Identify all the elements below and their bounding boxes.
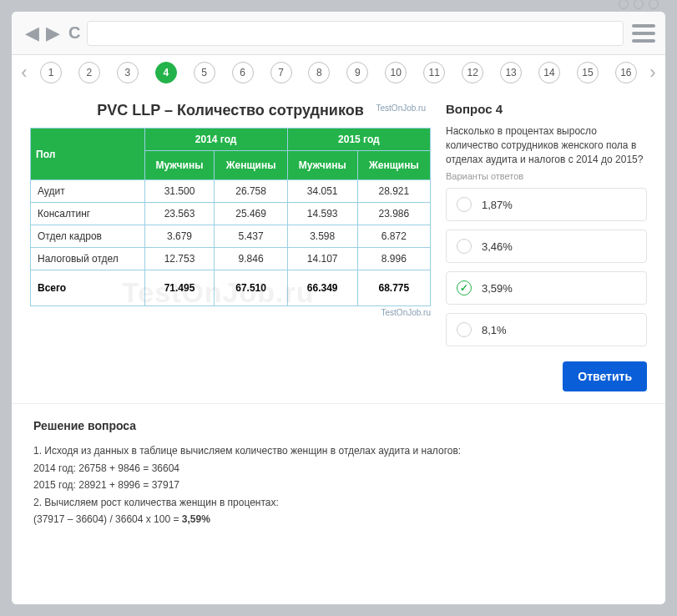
radio-icon	[457, 239, 472, 254]
question-panel: Вопрос 4 Насколько в процентах выросло к…	[446, 102, 647, 391]
data-table-panel: TestOnJob.ru PVC LLP – Количество сотруд…	[30, 102, 431, 317]
nav-forward-icon[interactable]: ▶	[43, 23, 63, 44]
menu-icon[interactable]	[632, 24, 655, 43]
pager-item-4[interactable]: 4	[155, 62, 177, 83]
browser-toolbar: ◀ ▶ C	[12, 12, 665, 55]
table-row-total: Всего 71.495 67.510 66.349 68.775	[31, 270, 431, 306]
pager-item-5[interactable]: 5	[194, 62, 215, 83]
pager-item-7[interactable]: 7	[270, 62, 292, 83]
pager-next-icon[interactable]: ›	[640, 62, 665, 83]
submit-button[interactable]: Ответить	[563, 361, 647, 391]
pager-item-12[interactable]: 12	[462, 62, 483, 83]
pager-item-3[interactable]: 3	[117, 62, 139, 83]
browser-window: ◀ ▶ C ‹ 12345678910111213141516 › TestOn…	[12, 12, 665, 604]
answer-option-1[interactable]: 1,87%	[446, 188, 647, 221]
pager-item-8[interactable]: 8	[308, 62, 330, 83]
pager-item-9[interactable]: 9	[346, 62, 368, 83]
option-label: 3,59%	[482, 282, 513, 295]
option-label: 8,1%	[482, 324, 507, 336]
pager-item-16[interactable]: 16	[615, 62, 637, 83]
question-pager: ‹ 12345678910111213141516 ›	[12, 55, 665, 90]
pager-item-14[interactable]: 14	[538, 62, 560, 83]
solution-line: 2015 год: 28921 + 8996 = 37917	[33, 477, 644, 493]
table-row: Отдел кадров 3.679 5.437 3.598 6.872	[31, 225, 431, 248]
col-header-year2: 2015 год	[287, 129, 430, 151]
pager-item-10[interactable]: 10	[385, 62, 407, 83]
option-label: 3,46%	[482, 240, 513, 253]
table-row: Налоговый отдел 12.753 9.846 14.107 8.99…	[31, 248, 431, 270]
solution-line: 2. Вычисляем рост количества женщин в пр…	[33, 494, 644, 511]
watermark-top: TestOnJob.ru	[376, 104, 426, 113]
url-input[interactable]	[87, 21, 624, 46]
solution-line: 1. Исходя из данных в таблице вычисляем …	[33, 442, 644, 459]
solution-line: (37917 – 36604) / 36604 x 100 = 3,59%	[33, 511, 644, 528]
radio-icon	[457, 322, 472, 337]
pager-item-13[interactable]: 13	[500, 62, 522, 83]
employees-table: Пол 2014 год 2015 год Мужчины Женщины Му…	[30, 128, 431, 306]
radio-icon	[457, 197, 472, 212]
reload-icon[interactable]: C	[63, 23, 87, 43]
answer-option-2[interactable]: 3,46%	[446, 230, 647, 263]
pager-item-2[interactable]: 2	[78, 62, 100, 83]
pager-prev-icon[interactable]: ‹	[12, 62, 37, 83]
col-header-women2: Женщины	[357, 151, 430, 180]
col-header-women1: Женщины	[215, 151, 287, 180]
watermark-bottom: TestOnJob.ru	[30, 308, 431, 317]
col-header-year1: 2014 год	[144, 129, 287, 151]
table-row: Аудит 31.500 26.758 34.051 28.921	[31, 180, 431, 203]
option-label: 1,87%	[482, 199, 513, 211]
answer-option-3[interactable]: 3,59%	[446, 271, 647, 305]
pager-item-15[interactable]: 15	[577, 62, 599, 83]
radio-icon-checked	[457, 280, 472, 295]
variants-label: Варианты ответов	[446, 171, 647, 181]
table-row: Консалтинг 23.563 25.469 14.593 23.986	[31, 203, 431, 225]
nav-back-icon[interactable]: ◀	[22, 23, 43, 44]
pager-item-1[interactable]: 1	[40, 62, 62, 83]
solution-panel: Решение вопроса 1. Исходя из данных в та…	[12, 403, 665, 548]
question-title: Вопрос 4	[446, 102, 647, 116]
question-text: Насколько в процентах выросло количество…	[446, 124, 647, 166]
col-header-men2: Мужчины	[287, 151, 357, 180]
table-title: PVC LLP – Количество сотрудников	[30, 102, 431, 119]
col-header-men1: Мужчины	[144, 151, 215, 180]
solution-line: 2014 год: 26758 + 9846 = 36604	[33, 460, 644, 477]
pager-item-6[interactable]: 6	[232, 62, 254, 83]
col-header-gender: Пол	[31, 129, 145, 180]
solution-title: Решение вопроса	[33, 419, 644, 432]
answer-option-4[interactable]: 8,1%	[446, 313, 647, 346]
page-content: ‹ 12345678910111213141516 › TestOnJob.ru…	[12, 55, 665, 604]
pager-item-11[interactable]: 11	[423, 62, 445, 83]
